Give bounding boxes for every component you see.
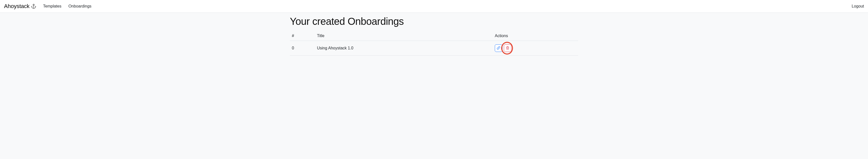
column-header-title: Title — [315, 31, 493, 41]
copy-link-button[interactable] — [495, 44, 502, 52]
navbar: Ahoystack Templates Onboardings Logout — [0, 0, 868, 13]
onboardings-table: # Title Actions 0 Using Ahoystack 1.0 — [290, 31, 578, 56]
cell-index: 0 — [290, 41, 315, 56]
page-title: Your created Onboardings — [290, 16, 578, 27]
anchor-icon — [31, 4, 36, 9]
nav-templates[interactable]: Templates — [43, 4, 62, 8]
brand[interactable]: Ahoystack — [4, 3, 36, 9]
navbar-left: Ahoystack Templates Onboardings — [4, 3, 91, 9]
column-header-index: # — [290, 31, 315, 41]
link-icon — [497, 46, 500, 50]
page-content: Your created Onboardings # Title Actions… — [286, 13, 582, 59]
nav-logout[interactable]: Logout — [852, 4, 864, 8]
annotation-highlight — [504, 44, 512, 52]
cell-title: Using Ahoystack 1.0 — [315, 41, 493, 56]
nav-onboardings[interactable]: Onboardings — [68, 4, 91, 8]
brand-name: Ahoystack — [4, 3, 30, 9]
actions-group — [495, 44, 576, 52]
table-header-row: # Title Actions — [290, 31, 578, 41]
table-row: 0 Using Ahoystack 1.0 — [290, 41, 578, 56]
delete-button[interactable] — [504, 44, 512, 52]
cell-actions — [493, 41, 578, 56]
column-header-actions: Actions — [493, 31, 578, 41]
trash-icon — [506, 46, 509, 50]
navbar-right: Logout — [852, 4, 864, 8]
